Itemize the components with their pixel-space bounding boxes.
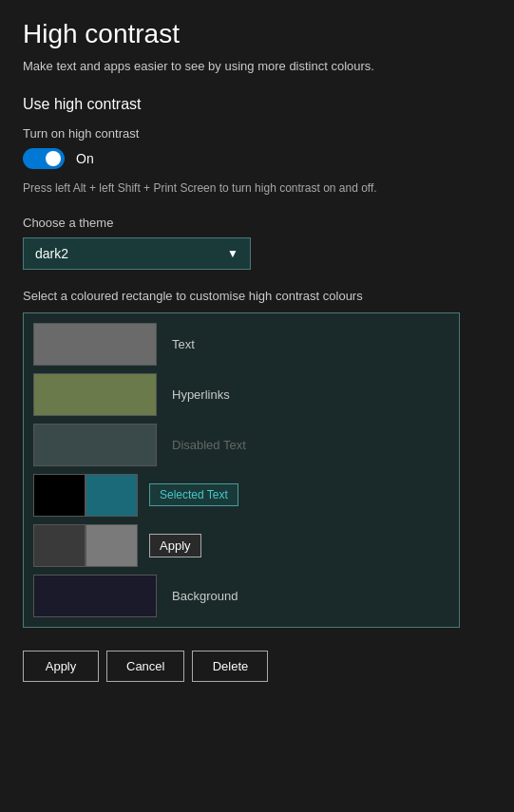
toggle-row: On	[23, 148, 491, 169]
color-row-button-text: Apply	[33, 524, 449, 567]
customise-label: Select a coloured rectangle to customise…	[23, 289, 491, 303]
selected-text-button[interactable]: Selected Text	[149, 483, 238, 506]
color-row-disabled-text: Disabled Text	[33, 424, 449, 466]
text-color-swatch[interactable]	[33, 323, 157, 366]
text-color-label: Text	[172, 337, 195, 351]
apply-button[interactable]: Apply	[23, 651, 99, 682]
background-color-label: Background	[172, 589, 238, 603]
color-row-selected-text: Selected Text	[33, 474, 449, 517]
color-customise-panel: Text Hyperlinks Disabled Text Selected T…	[23, 312, 460, 628]
page-title: High contrast	[23, 19, 491, 49]
button-text-fg-swatch[interactable]	[33, 524, 86, 567]
dropdown-label: Choose a theme	[23, 216, 491, 230]
hint-text: Press left Alt + left Shift + Print Scre…	[23, 180, 491, 197]
selected-text-fg-swatch[interactable]	[33, 474, 86, 517]
page-subtitle: Make text and apps easier to see by usin…	[23, 59, 491, 73]
action-button-row: Apply Cancel Delete	[23, 651, 491, 682]
hyperlinks-color-label: Hyperlinks	[172, 387, 230, 402]
dropdown-value: dark2	[35, 246, 68, 261]
color-row-background: Background	[33, 575, 449, 617]
background-color-swatch[interactable]	[33, 575, 157, 617]
button-text-bg-swatch[interactable]	[86, 524, 138, 567]
high-contrast-toggle[interactable]	[23, 148, 65, 169]
theme-dropdown[interactable]: dark2 ▼	[23, 237, 251, 270]
disabled-text-color-swatch[interactable]	[33, 424, 157, 466]
cancel-button[interactable]: Cancel	[106, 651, 184, 682]
toggle-state-label: On	[76, 151, 94, 166]
color-row-hyperlinks: Hyperlinks	[33, 373, 449, 416]
color-row-text: Text	[33, 323, 449, 366]
chevron-down-icon: ▼	[227, 247, 238, 260]
button-text-button[interactable]: Apply	[149, 534, 201, 557]
disabled-text-color-label: Disabled Text	[172, 438, 246, 452]
selected-text-bg-swatch[interactable]	[86, 474, 138, 517]
toggle-label: Turn on high contrast	[23, 126, 491, 141]
delete-button[interactable]: Delete	[192, 651, 268, 682]
hyperlinks-color-swatch[interactable]	[33, 373, 157, 416]
section-title: Use high contrast	[23, 96, 491, 113]
